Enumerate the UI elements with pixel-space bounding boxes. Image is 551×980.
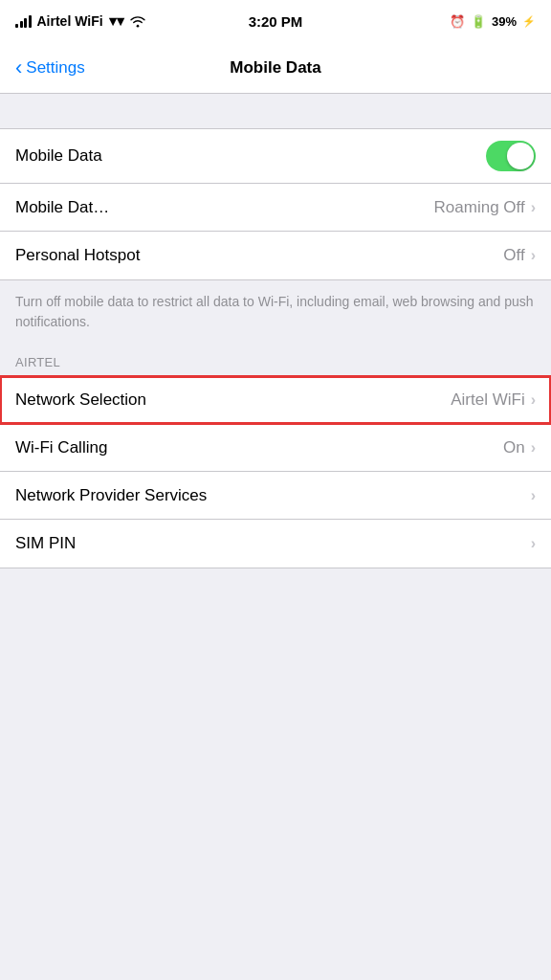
wifi-calling-right: On › bbox=[503, 438, 536, 457]
sim-pin-label: SIM PIN bbox=[15, 534, 76, 553]
top-spacer bbox=[0, 94, 551, 128]
chevron-right-icon: › bbox=[531, 439, 536, 457]
network-provider-services-row[interactable]: Network Provider Services › bbox=[0, 472, 551, 520]
status-right: ⏰ 🔋 39% ⚡ bbox=[450, 14, 536, 29]
back-label: Settings bbox=[26, 58, 84, 78]
wifi-calling-label: Wi-Fi Calling bbox=[15, 438, 107, 457]
hotspot-value: Off bbox=[503, 246, 524, 265]
chevron-right-icon: › bbox=[531, 199, 536, 216]
page-title: Mobile Data bbox=[230, 58, 320, 78]
status-time: 3:20 PM bbox=[249, 13, 303, 30]
description-text: Turn off mobile data to restrict all dat… bbox=[0, 280, 551, 347]
charging-icon: ⚡ bbox=[522, 15, 536, 28]
chevron-right-icon: › bbox=[531, 487, 536, 504]
network-selection-row[interactable]: Network Selection Airtel WiFi › bbox=[0, 376, 551, 424]
roaming-value: Roaming Off bbox=[434, 198, 525, 217]
network-selection-value: Airtel WiFi bbox=[451, 390, 524, 410]
carrier-label: Airtel WiFi bbox=[37, 13, 103, 29]
personal-hotspot-label: Personal Hotspot bbox=[15, 246, 140, 265]
chevron-right-icon: › bbox=[531, 535, 536, 552]
network-selection-right: Airtel WiFi › bbox=[451, 390, 536, 410]
network-provider-services-right: › bbox=[531, 487, 536, 504]
mobile-data-toggle[interactable] bbox=[486, 141, 536, 171]
personal-hotspot-row[interactable]: Personal Hotspot Off › bbox=[0, 232, 551, 279]
signal-icon bbox=[15, 15, 32, 28]
mobile-data-label: Mobile Data bbox=[15, 146, 102, 166]
sim-pin-row[interactable]: SIM PIN › bbox=[0, 520, 551, 568]
wifi-signal-icon bbox=[130, 15, 145, 28]
network-selection-label: Network Selection bbox=[15, 390, 146, 410]
wifi-icon: ▾▾ bbox=[109, 12, 124, 30]
status-bar: Airtel WiFi ▾▾ 3:20 PM ⏰ 🔋 39% ⚡ bbox=[0, 0, 551, 42]
wifi-calling-value: On bbox=[503, 438, 525, 457]
personal-hotspot-right: Off › bbox=[503, 246, 536, 265]
battery-icon: 🔋 bbox=[471, 14, 486, 29]
airtel-section-header: AIRTEL bbox=[0, 347, 551, 375]
wifi-calling-row[interactable]: Wi-Fi Calling On › bbox=[0, 424, 551, 472]
mobile-data-options-right: Roaming Off › bbox=[434, 198, 536, 217]
mobile-data-row[interactable]: Mobile Data bbox=[0, 129, 551, 184]
airtel-settings-group: Network Selection Airtel WiFi › Wi-Fi Ca… bbox=[0, 375, 551, 568]
mobile-data-options-label: Mobile Dat… bbox=[15, 198, 109, 217]
nav-bar: ‹ Settings Mobile Data bbox=[0, 42, 551, 94]
toggle-knob bbox=[507, 143, 534, 169]
back-button[interactable]: ‹ Settings bbox=[15, 57, 85, 78]
status-left: Airtel WiFi ▾▾ bbox=[15, 12, 145, 30]
battery-label: 39% bbox=[492, 14, 517, 29]
network-provider-services-label: Network Provider Services bbox=[15, 486, 207, 505]
mobile-data-toggle-container bbox=[486, 141, 536, 171]
alarm-icon: ⏰ bbox=[450, 14, 465, 29]
sim-pin-right: › bbox=[531, 535, 536, 552]
chevron-right-icon: › bbox=[531, 391, 536, 409]
main-settings-group: Mobile Data Mobile Dat… Roaming Off › Pe… bbox=[0, 128, 551, 280]
back-chevron-icon: ‹ bbox=[15, 57, 22, 78]
mobile-data-options-row[interactable]: Mobile Dat… Roaming Off › bbox=[0, 184, 551, 232]
chevron-right-icon: › bbox=[531, 247, 536, 264]
